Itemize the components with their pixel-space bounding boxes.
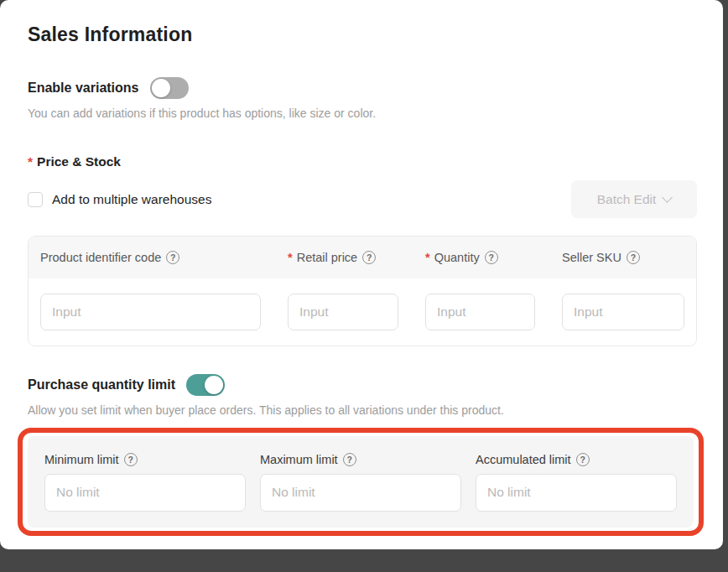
highlight-annotation-box: Minimum limit ? Maximum limit ? Accumula… [18, 428, 704, 536]
help-icon[interactable]: ? [166, 251, 179, 264]
field-label: Minimum limit [44, 453, 119, 466]
price-stock-label: *Price & Stock [28, 154, 697, 169]
column-header-retail-price: * Retail price ? [288, 251, 398, 264]
price-stock-label-text: Price & Stock [37, 154, 121, 169]
field-label: Maximum limit [260, 453, 338, 466]
column-header-seller-sku: Seller SKU ? [562, 251, 684, 264]
add-warehouses-checkbox-wrap[interactable]: Add to multiple warehouses [28, 192, 211, 207]
help-icon[interactable]: ? [576, 453, 590, 466]
batch-edit-label: Batch Edit [597, 192, 657, 207]
minimum-limit-field: Minimum limit ? [44, 453, 246, 512]
maximum-limit-field: Maximum limit ? [260, 453, 461, 512]
column-label: Retail price [297, 251, 358, 264]
required-asterisk: * [288, 251, 293, 264]
warehouse-row: Add to multiple warehouses Batch Edit [28, 180, 697, 218]
maximum-limit-input[interactable] [260, 474, 461, 512]
accumulated-limit-field: Accumulated limit ? [476, 453, 677, 512]
help-icon[interactable]: ? [343, 453, 356, 466]
table-header-row: Product identifier code ? * Retail price… [29, 237, 696, 278]
toggle-knob [152, 79, 170, 97]
accumulated-limit-input[interactable] [476, 474, 677, 512]
purchase-limit-panel: Minimum limit ? Maximum limit ? Accumula… [28, 436, 694, 528]
chevron-down-icon [662, 192, 673, 203]
purchase-limit-toggle[interactable] [186, 374, 225, 396]
enable-variations-helper: You can add variations if this product h… [28, 107, 697, 120]
maximum-limit-label: Maximum limit ? [260, 453, 461, 466]
column-header-quantity: * Quantity ? [425, 251, 535, 264]
column-label: Seller SKU [562, 251, 621, 264]
page-title: Sales Information [28, 23, 697, 46]
toggle-knob [205, 376, 223, 394]
help-icon[interactable]: ? [627, 251, 640, 264]
help-icon[interactable]: ? [485, 251, 498, 264]
seller-sku-input[interactable] [562, 294, 684, 330]
retail-price-input[interactable] [288, 294, 398, 330]
required-asterisk: * [425, 251, 430, 264]
purchase-limit-row: Purchase quantity limit [28, 374, 697, 396]
field-label: Accumulated limit [476, 453, 571, 466]
required-asterisk: * [28, 154, 33, 169]
batch-edit-button[interactable]: Batch Edit [571, 180, 697, 218]
enable-variations-toggle[interactable] [150, 77, 189, 99]
minimum-limit-label: Minimum limit ? [44, 453, 246, 466]
column-header-product-identifier: Product identifier code ? [40, 251, 261, 264]
enable-variations-label: Enable variations [28, 81, 139, 96]
purchase-limit-label: Purchase quantity limit [28, 377, 175, 393]
help-icon[interactable]: ? [362, 251, 376, 264]
column-label: Quantity [434, 251, 480, 264]
quantity-input[interactable] [425, 294, 535, 330]
table-input-row [29, 278, 696, 346]
column-label: Product identifier code [40, 251, 161, 264]
add-warehouses-label: Add to multiple warehouses [52, 192, 211, 207]
add-warehouses-checkbox[interactable] [28, 192, 43, 207]
enable-variations-row: Enable variations [28, 77, 697, 99]
price-stock-table: Product identifier code ? * Retail price… [28, 236, 697, 346]
help-icon[interactable]: ? [124, 453, 138, 466]
purchase-limit-helper: Allow you set limit when buyer place ord… [28, 403, 697, 417]
sales-information-card: Sales Information Enable variations You … [0, 0, 723, 549]
product-identifier-input[interactable] [40, 294, 261, 330]
minimum-limit-input[interactable] [44, 474, 246, 512]
accumulated-limit-label: Accumulated limit ? [476, 453, 677, 466]
